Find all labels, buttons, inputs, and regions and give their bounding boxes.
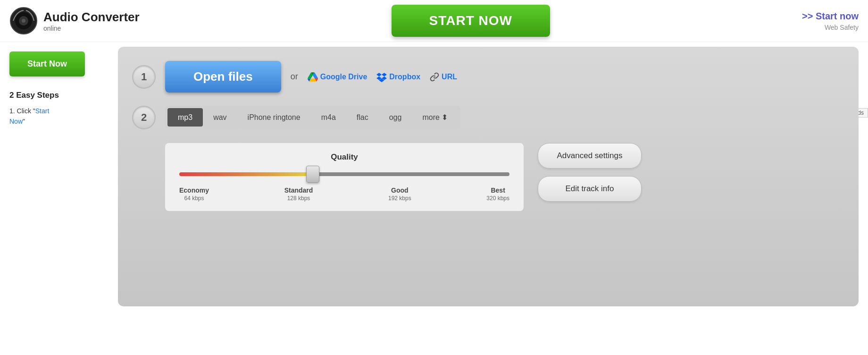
step2-row: 2 mp3 wav iPhone ringtone m4a flac ogg m… <box>132 106 844 211</box>
more-arrow-icon: ⬍ <box>442 113 448 122</box>
economy-kbps: 64 kbps <box>184 195 204 202</box>
quality-title: Quality <box>179 152 509 162</box>
step1-number: 1 <box>132 65 156 89</box>
url-link[interactable]: URL <box>430 72 457 82</box>
url-label: URL <box>442 73 457 81</box>
google-drive-label: Google Drive <box>320 73 367 81</box>
step2-number: 2 <box>132 106 156 129</box>
standard-name: Standard <box>284 186 313 194</box>
quality-section: Quality Economy 64 kbps Standard 128 <box>165 143 524 211</box>
app-logo <box>9 7 38 35</box>
open-files-button[interactable]: Open files <box>165 61 281 93</box>
format-tab-iphone-ringtone[interactable]: iPhone ringtone <box>237 108 311 127</box>
format-tab-more[interactable]: more ⬍ <box>412 108 458 127</box>
web-safety-text: Web Safety <box>825 24 859 31</box>
quality-labels: Economy 64 kbps Standard 128 kbps Good 1… <box>179 186 509 202</box>
google-drive-link[interactable]: Google Drive <box>308 72 367 82</box>
start-now-sidebar-button[interactable]: Start Now <box>9 51 85 76</box>
app-title-main: Audio Converter <box>43 10 140 25</box>
format-tab-mp3[interactable]: mp3 <box>167 108 203 127</box>
logo-area: Audio Converter online <box>9 7 140 35</box>
best-name: Best <box>486 186 509 194</box>
advanced-settings-button[interactable]: Advanced settings <box>538 143 642 169</box>
quality-label-standard: Standard 128 kbps <box>284 186 313 202</box>
format-tabs: mp3 wav iPhone ringtone m4a flac ogg mor… <box>165 106 460 129</box>
edit-track-info-button[interactable]: Edit track info <box>538 176 642 202</box>
converter-box: 1 Open files or Google Drive <box>118 47 859 306</box>
standard-kbps: 128 kbps <box>287 195 310 202</box>
step2-content: Quality Economy 64 kbps Standard 128 <box>165 138 844 211</box>
sidebar: Start Now 2 Easy Steps 1. Click "StartNo… <box>0 42 118 311</box>
quality-label-economy: Economy 64 kbps <box>179 186 209 202</box>
easy-steps-title: 2 Easy Steps <box>9 91 108 100</box>
header-right: >> Start now Web Safety <box>802 11 859 31</box>
right-buttons: Advanced settings Edit track info <box>538 143 642 202</box>
format-tab-m4a[interactable]: m4a <box>311 108 346 127</box>
format-tab-flac[interactable]: flac <box>346 108 379 127</box>
dropbox-icon <box>376 72 387 82</box>
google-drive-icon <box>308 72 318 82</box>
url-icon <box>430 72 439 82</box>
main-content: Start Now 2 Easy Steps 1. Click "StartNo… <box>0 42 868 311</box>
format-tab-ogg[interactable]: ogg <box>379 108 412 127</box>
dropbox-link[interactable]: Dropbox <box>376 72 420 82</box>
header: Audio Converter online START NOW >> Star… <box>0 0 868 42</box>
app-title-sub: online <box>43 25 140 32</box>
slider-container <box>179 169 509 178</box>
header-center: START NOW <box>140 5 802 37</box>
economy-name: Economy <box>179 186 209 194</box>
good-name: Good <box>388 186 411 194</box>
step1-row: 1 Open files or Google Drive <box>132 61 844 93</box>
best-kbps: 320 kbps <box>486 195 509 202</box>
step1-link[interactable]: StartNow <box>9 107 49 125</box>
dropbox-label: Dropbox <box>389 73 420 81</box>
quality-label-best: Best 320 kbps <box>486 186 509 202</box>
format-tab-wav[interactable]: wav <box>203 108 237 127</box>
format-tabs-row: mp3 wav iPhone ringtone m4a flac ogg mor… <box>165 106 844 138</box>
svg-point-3 <box>22 19 25 23</box>
start-now-header-button[interactable]: START NOW <box>392 5 550 37</box>
step2-main: mp3 wav iPhone ringtone m4a flac ogg mor… <box>165 106 844 211</box>
more-label: more <box>422 113 439 122</box>
or-text: or <box>291 72 298 82</box>
start-now-link[interactable]: >> Start now <box>802 11 859 22</box>
quality-slider[interactable] <box>179 172 509 176</box>
app-title-group: Audio Converter online <box>43 10 140 32</box>
step1-text: 1. Click "StartNow" <box>9 106 108 127</box>
quality-label-good: Good 192 kbps <box>388 186 411 202</box>
good-kbps: 192 kbps <box>388 195 411 202</box>
